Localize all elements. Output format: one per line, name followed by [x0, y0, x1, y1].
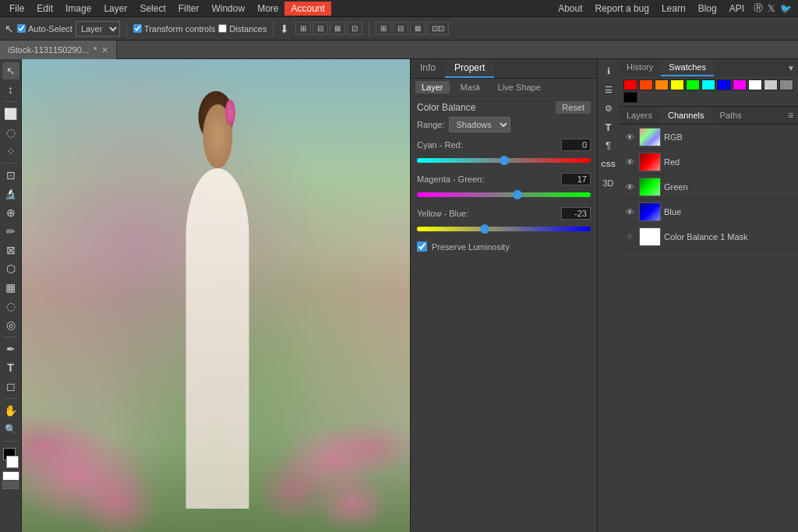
tool-eyedropper[interactable]: 🔬 — [2, 185, 19, 203]
menu-learn[interactable]: Learn — [655, 2, 692, 16]
swatch-orange-red[interactable] — [639, 79, 653, 90]
transform-controls-checkbox[interactable] — [133, 24, 142, 33]
tool-text[interactable]: T — [2, 359, 19, 376]
tool-path[interactable]: ◻ — [2, 378, 19, 395]
range-select[interactable]: Shadows Midtones Highlights — [449, 117, 510, 132]
swatch-mid-gray[interactable] — [779, 79, 793, 90]
tool-blur[interactable]: ◌ — [2, 298, 19, 315]
align-top-btn[interactable]: ⊡ — [347, 22, 362, 35]
preserve-luminosity-checkbox[interactable] — [417, 241, 427, 252]
menu-about[interactable]: About — [552, 2, 588, 16]
tool-eraser[interactable]: ⬡ — [2, 260, 19, 277]
tool-dodge[interactable]: ◎ — [2, 316, 19, 333]
layer-eye-blue[interactable]: 👁 — [623, 206, 636, 218]
background-color[interactable] — [6, 456, 19, 468]
tool-pen[interactable]: ✒ — [2, 340, 19, 358]
adjustments-icon-btn[interactable]: ⚙ — [600, 100, 617, 117]
sub-tab-live-shape[interactable]: Live Shape — [492, 81, 547, 93]
3d-icon-btn[interactable]: 3D — [600, 174, 617, 192]
document-tab-close[interactable]: ✕ — [101, 45, 108, 55]
align-right-btn[interactable]: ⊠ — [330, 22, 345, 35]
layer-eye-rgb[interactable]: 👁 — [623, 131, 636, 143]
transform-btn-4[interactable]: ⊡⊡ — [427, 22, 449, 35]
screen-mode-btn-1[interactable] — [2, 481, 10, 489]
swatch-white[interactable] — [748, 79, 762, 90]
swatch-light-gray[interactable] — [764, 79, 778, 90]
tab-history[interactable]: History — [619, 59, 661, 76]
layer-select[interactable]: Layer Group — [76, 21, 120, 37]
document-tab[interactable]: iStock-1131150290... * ✕ — [0, 41, 117, 59]
yellow-blue-value[interactable] — [561, 207, 591, 220]
menu-window[interactable]: Window — [205, 2, 251, 16]
tool-pointer[interactable]: ↕ — [2, 81, 19, 98]
align-center-btn[interactable]: ⊟ — [312, 22, 328, 35]
layer-row-red[interactable]: 👁 Red — [619, 150, 798, 174]
swatch-cyan[interactable] — [701, 79, 715, 90]
menu-image[interactable]: Image — [59, 2, 97, 16]
menu-api[interactable]: API — [723, 2, 750, 16]
facebook-icon[interactable]: 🐦 — [780, 3, 792, 14]
menu-filter[interactable]: Filter — [172, 2, 206, 16]
transform-btn-2[interactable]: ⊟ — [393, 22, 408, 35]
menu-more[interactable]: More — [251, 2, 284, 16]
tool-gradient[interactable]: ▦ — [2, 279, 19, 296]
layers-panel-menu[interactable]: ≡ — [783, 107, 798, 124]
sub-tab-mask[interactable]: Mask — [454, 81, 487, 93]
swatch-green[interactable] — [686, 79, 700, 90]
distances-checkbox[interactable] — [218, 24, 227, 33]
history-icon-btn[interactable]: ☰ — [600, 81, 617, 98]
layer-eye-green[interactable]: 👁 — [623, 181, 636, 193]
menu-report-bug[interactable]: Report a bug — [589, 2, 655, 16]
twitter-icon[interactable]: 𝕏 — [768, 3, 775, 14]
cyan-red-input[interactable] — [417, 158, 591, 163]
align-left-btn[interactable]: ⊞ — [295, 22, 311, 35]
yellow-blue-input[interactable] — [417, 227, 591, 231]
tab-channels[interactable]: Channels — [660, 107, 711, 123]
tab-properties[interactable]: Propert — [445, 59, 494, 78]
tool-magic-wand[interactable]: ⁘ — [2, 143, 19, 160]
tool-stamp[interactable]: ⊠ — [2, 241, 19, 259]
canvas-area[interactable] — [22, 59, 410, 532]
tab-layers[interactable]: Layers — [619, 107, 660, 123]
sub-tab-layer[interactable]: Layer — [415, 81, 450, 93]
tool-select-rect[interactable]: ⬜ — [2, 105, 19, 122]
tab-info[interactable]: Info — [411, 59, 445, 78]
transform-btn-3[interactable]: ⊠ — [410, 22, 425, 35]
menu-blog[interactable]: Blog — [692, 2, 723, 16]
menu-account[interactable]: Account — [284, 2, 330, 16]
tab-swatches[interactable]: Swatches — [661, 59, 714, 76]
swatch-blue[interactable] — [717, 79, 731, 90]
tool-move[interactable]: ↖ — [2, 62, 19, 79]
tool-brush[interactable]: ✏ — [2, 223, 19, 240]
layer-eye-red[interactable]: 👁 — [623, 156, 636, 168]
transform-btn-1[interactable]: ⊞ — [376, 22, 391, 35]
cyan-red-value[interactable] — [561, 139, 591, 151]
tool-zoom[interactable]: 🔍 — [2, 421, 19, 438]
swatch-red[interactable] — [623, 79, 637, 90]
quick-mask-btn[interactable] — [2, 471, 19, 481]
reddit-icon[interactable]: Ⓡ — [754, 2, 763, 15]
panel-menu-btn[interactable]: ▼ — [784, 59, 798, 76]
screen-mode-btn-2[interactable] — [11, 481, 19, 489]
magenta-green-input[interactable] — [417, 192, 591, 197]
swatch-yellow[interactable] — [670, 79, 684, 90]
swatch-magenta[interactable] — [733, 79, 747, 90]
menu-layer[interactable]: Layer — [97, 2, 133, 16]
css-icon-btn[interactable]: CSS — [600, 156, 617, 173]
paragraph-icon-btn[interactable]: ¶ — [600, 137, 617, 154]
tool-hand[interactable]: ✋ — [2, 402, 19, 419]
layer-eye-mask[interactable]: 👁 — [623, 231, 636, 243]
layer-row-mask[interactable]: 👁 Color Balance 1 Mask — [619, 224, 798, 249]
magenta-green-value[interactable] — [561, 173, 591, 185]
menu-file[interactable]: File — [3, 2, 30, 16]
menu-select[interactable]: Select — [133, 2, 171, 16]
layer-row-green[interactable]: 👁 Green — [619, 174, 798, 199]
menu-edit[interactable]: Edit — [30, 2, 59, 16]
tool-heal[interactable]: ⊕ — [2, 204, 19, 221]
tool-lasso[interactable]: ◌ — [2, 124, 19, 141]
swatch-orange[interactable] — [655, 79, 669, 90]
reset-button[interactable]: Reset — [556, 101, 591, 114]
type-icon-btn[interactable]: T — [600, 118, 617, 136]
info-icon-btn[interactable]: ℹ — [600, 62, 617, 79]
swatch-black[interactable] — [623, 92, 637, 103]
